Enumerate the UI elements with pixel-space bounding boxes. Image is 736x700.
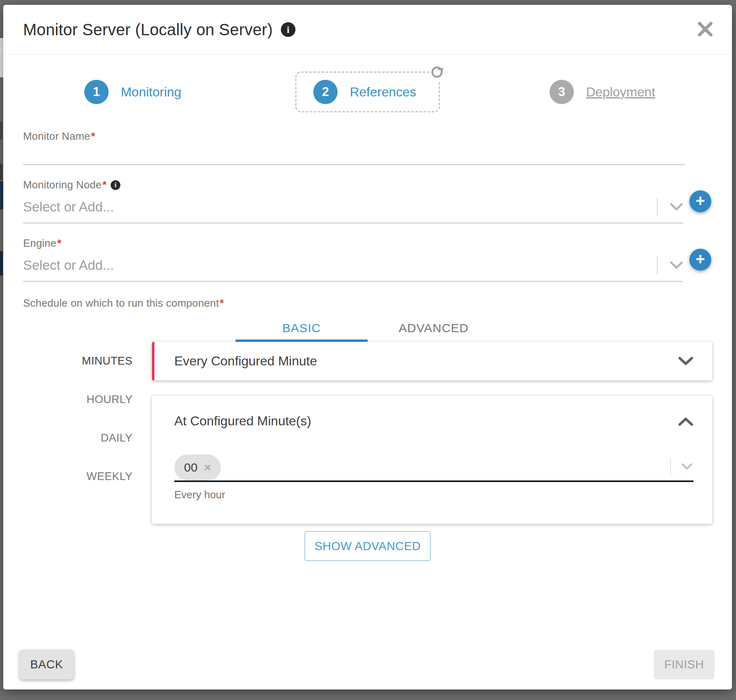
frequency-item-minutes[interactable]: MINUTES: [23, 342, 152, 380]
tab-advanced[interactable]: ADVANCED: [368, 317, 500, 342]
step-deployment[interactable]: 3 Deployment: [550, 80, 655, 104]
monitor-server-dialog: Monitor Server (Locally on Server) i 1 M…: [3, 5, 732, 689]
step-3-circle: 3: [550, 80, 574, 104]
step-2-circle: 2: [313, 80, 338, 104]
background-page-fragment: [0, 122, 2, 139]
monitor-name-row: Monitor Name*: [23, 130, 712, 165]
engine-row: Engine* Select or Add... +: [23, 237, 712, 282]
frequency-item-weekly[interactable]: WEEKLY: [23, 457, 152, 496]
chevron-down-icon[interactable]: [670, 261, 683, 270]
chip-remove-icon[interactable]: ×: [204, 461, 211, 474]
add-engine-button[interactable]: +: [689, 249, 711, 271]
frequency-item-daily[interactable]: DAILY: [23, 419, 152, 457]
select-separator: [657, 198, 657, 216]
required-asterisk: *: [91, 130, 95, 143]
step-3-label: Deployment: [586, 85, 655, 100]
tab-basic[interactable]: BASIC: [235, 317, 368, 342]
select-separator: [670, 458, 671, 476]
wizard-stepper: 1 Monitoring 2 References 3: [15, 72, 720, 112]
plus-icon: +: [695, 249, 705, 269]
monitor-name-label: Monitor Name*: [23, 130, 712, 143]
panel-title: At Configured Minute(s): [174, 414, 678, 429]
step-1-circle: 1: [84, 80, 109, 104]
engine-label-text: Engine: [23, 237, 56, 250]
schedule-label: Schedule on which to run this component*: [23, 297, 712, 309]
step-1-label: Monitoring: [121, 85, 181, 100]
background-page-fragment: [0, 164, 2, 180]
refresh-icon[interactable]: [429, 66, 445, 81]
chevron-down-icon[interactable]: [678, 356, 693, 366]
engine-label: Engine*: [23, 237, 712, 250]
select-separator: [657, 256, 657, 275]
schedule-body: MINUTES HOURLY DAILY WEEKLY Every Config…: [23, 342, 712, 524]
step-monitoring[interactable]: 1 Monitoring: [84, 80, 181, 104]
schedule-label-text: Schedule on which to run this component: [23, 297, 219, 309]
schedule-panels: Every Configured Minute At Configured Mi…: [152, 342, 712, 524]
monitoring-form: Monitor Name* Monitoring Node* i Select …: [3, 130, 732, 561]
monitoring-node-placeholder: Select or Add...: [23, 199, 657, 215]
background-page-fragment: [0, 251, 3, 275]
minutes-input[interactable]: 00 ×: [174, 454, 693, 482]
chevron-up-icon[interactable]: [678, 416, 693, 426]
back-button[interactable]: BACK: [19, 650, 74, 679]
monitoring-node-info-icon[interactable]: i: [111, 180, 120, 190]
plus-icon: +: [695, 190, 705, 211]
close-button[interactable]: [697, 21, 713, 37]
panel-title: Every Configured Minute: [174, 354, 678, 369]
panel-every-configured-minute[interactable]: Every Configured Minute: [152, 342, 712, 380]
step-references[interactable]: 2 References: [313, 80, 416, 104]
monitor-name-label-text: Monitor Name: [23, 130, 90, 143]
chevron-down-icon[interactable]: [681, 463, 693, 470]
monitoring-node-select[interactable]: Select or Add...: [23, 191, 683, 223]
monitoring-node-row: Monitoring Node* i Select or Add... +: [23, 179, 712, 223]
close-icon: [697, 21, 713, 37]
step-2-label: References: [350, 85, 416, 100]
engine-select[interactable]: Select or Add...: [23, 250, 683, 282]
panel-at-configured-minutes: At Configured Minute(s) 00 ×: [152, 396, 712, 524]
dialog-title: Monitor Server (Locally on Server): [23, 21, 273, 39]
monitoring-node-label-text: Monitoring Node: [23, 179, 102, 191]
required-asterisk: *: [103, 179, 107, 191]
minutes-helper-text: Every hour: [174, 489, 693, 501]
chevron-down-icon[interactable]: [670, 203, 683, 211]
panel-header[interactable]: At Configured Minute(s): [174, 414, 693, 429]
required-asterisk: *: [57, 237, 61, 250]
dialog-header: Monitor Server (Locally on Server) i: [3, 5, 732, 55]
step-references-current-box: 2 References: [295, 72, 440, 112]
schedule-tabs: BASIC ADVANCED: [23, 317, 712, 342]
engine-placeholder: Select or Add...: [23, 258, 657, 273]
frequency-list: MINUTES HOURLY DAILY WEEKLY: [23, 342, 152, 496]
frequency-item-hourly[interactable]: HOURLY: [23, 380, 152, 419]
minute-chip-value: 00: [184, 461, 197, 474]
minute-chip: 00 ×: [174, 455, 221, 480]
monitor-name-input[interactable]: [23, 143, 685, 165]
info-icon[interactable]: i: [281, 22, 295, 37]
required-asterisk: *: [220, 297, 224, 309]
show-advanced-button[interactable]: SHOW ADVANCED: [304, 531, 431, 561]
monitoring-node-label: Monitoring Node* i: [23, 179, 712, 191]
finish-button[interactable]: FINISH: [654, 650, 715, 679]
add-monitoring-node-button[interactable]: +: [689, 190, 711, 212]
